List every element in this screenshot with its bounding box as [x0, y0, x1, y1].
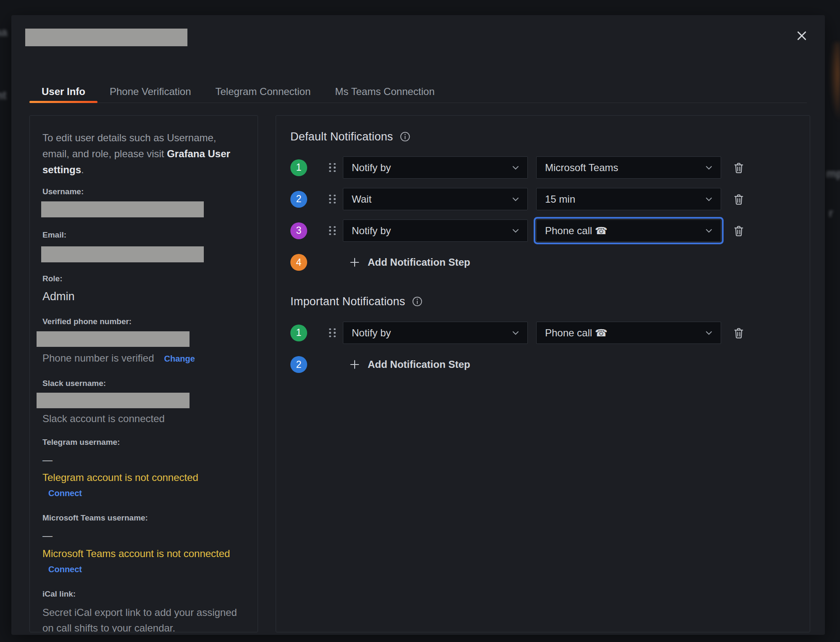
- notify-type-select[interactable]: Notify by: [343, 219, 528, 242]
- role-label: Role:: [42, 274, 245, 283]
- close-icon: [795, 29, 808, 42]
- select-value-text: Wait: [352, 193, 371, 205]
- redacted-username-input[interactable]: [41, 201, 204, 217]
- drag-handle-icon[interactable]: [329, 226, 336, 235]
- chevron-down-icon: [706, 229, 712, 233]
- msteams-username-value: —: [42, 530, 245, 541]
- delete-step-button[interactable]: [732, 161, 745, 174]
- delete-step-button[interactable]: [732, 193, 745, 206]
- user-settings-modal: User Info Phone Verification Telegram Co…: [11, 15, 825, 635]
- section-title: Default Notifications: [290, 129, 393, 144]
- background-text-fragment: mp: [826, 167, 840, 180]
- close-button[interactable]: [793, 27, 811, 45]
- tab-label: Telegram Connection: [215, 86, 311, 98]
- step-number-badge: 3: [290, 222, 307, 239]
- add-step-row: 2 Add Notification Step: [290, 355, 810, 374]
- wait-duration-select[interactable]: 15 min: [536, 188, 721, 210]
- tab-label: Phone Verification: [110, 86, 191, 98]
- info-icon[interactable]: [400, 131, 411, 142]
- redacted-phone-number[interactable]: [37, 331, 190, 347]
- notify-channel-select[interactable]: Microsoft Teams: [536, 156, 721, 179]
- connect-msteams-link[interactable]: Connect: [48, 565, 82, 574]
- verified-phone-label: Verified phone number:: [42, 317, 245, 326]
- default-notifications-header: Default Notifications: [290, 129, 810, 144]
- notification-step-row: 3 Notify by Phone call ☎: [290, 219, 810, 242]
- redacted-slack-username[interactable]: [37, 393, 190, 408]
- notification-step-row: 2 Wait 15 min: [290, 188, 810, 210]
- user-info-panel: To edit user details such as Username, e…: [29, 115, 258, 632]
- notification-settings-panel: Default Notifications 1 Notify by Micros…: [276, 115, 810, 632]
- chevron-down-icon: [512, 197, 519, 201]
- trash-icon: [732, 326, 745, 340]
- slack-username-label: Slack username:: [42, 379, 245, 388]
- chevron-down-icon: [512, 229, 519, 233]
- delete-step-button[interactable]: [732, 224, 745, 238]
- add-step-label: Add Notification Step: [368, 256, 470, 268]
- chevron-down-icon: [512, 166, 519, 170]
- drag-handle-icon[interactable]: [329, 195, 336, 204]
- background-text-fragment: nt: [0, 89, 6, 102]
- add-step-label: Add Notification Step: [368, 359, 470, 370]
- ical-link-label: iCal link:: [42, 589, 245, 599]
- msteams-username-label: Microsoft Teams username:: [42, 513, 245, 523]
- change-phone-link[interactable]: Change: [164, 354, 195, 364]
- telegram-not-connected-warning: Telegram account is not connected: [42, 471, 245, 484]
- background-text-fragment: r: [829, 207, 833, 220]
- telegram-username-label: Telegram username:: [42, 438, 245, 447]
- info-icon[interactable]: [412, 296, 423, 307]
- notify-channel-select[interactable]: Phone call ☎: [536, 322, 721, 344]
- connect-telegram-link[interactable]: Connect: [48, 489, 82, 498]
- step-number-badge: 1: [290, 159, 307, 176]
- add-step-row: 4 Add Notification Step: [290, 253, 810, 272]
- trash-icon: [732, 193, 745, 206]
- user-info-intro: To edit user details such as Username, e…: [42, 130, 240, 178]
- important-notifications-header: Important Notifications: [290, 294, 810, 309]
- select-value-text: Phone call ☎: [545, 225, 608, 237]
- redacted-email-input[interactable]: [41, 246, 204, 262]
- trash-icon: [732, 161, 745, 174]
- step-number-badge: 2: [290, 356, 307, 373]
- background-smudge: [829, 42, 840, 122]
- telegram-username-value: —: [42, 454, 245, 465]
- username-label: Username:: [42, 187, 245, 196]
- step-number-badge: 1: [290, 325, 307, 341]
- plus-icon: [349, 359, 361, 370]
- add-notification-step-button[interactable]: Add Notification Step: [349, 256, 470, 268]
- tab-label: Ms Teams Connection: [335, 86, 434, 98]
- tab-telegram-connection[interactable]: Telegram Connection: [203, 81, 323, 103]
- notification-step-row: 1 Notify by Phone call ☎: [290, 322, 810, 344]
- tab-phone-verification[interactable]: Phone Verification: [97, 81, 203, 103]
- plus-icon: [349, 256, 361, 268]
- step-number-badge: 4: [290, 254, 307, 271]
- notification-step-row: 1 Notify by Microsoft Teams: [290, 156, 810, 179]
- chevron-down-icon: [706, 197, 712, 201]
- drag-handle-icon[interactable]: [329, 328, 336, 338]
- role-value: Admin: [42, 289, 245, 304]
- add-notification-step-button[interactable]: Add Notification Step: [349, 359, 470, 370]
- ical-description: Secret iCal export link to add your assi…: [42, 605, 244, 632]
- select-value-text: Microsoft Teams: [545, 162, 618, 174]
- email-label: Email:: [42, 230, 245, 240]
- tab-user-info[interactable]: User Info: [29, 81, 97, 103]
- chevron-down-icon: [706, 331, 712, 335]
- notify-type-select[interactable]: Notify by: [343, 322, 528, 344]
- notify-type-select[interactable]: Notify by: [343, 156, 528, 179]
- tab-ms-teams-connection[interactable]: Ms Teams Connection: [323, 81, 447, 103]
- select-value-text: Notify by: [352, 225, 391, 237]
- section-title: Important Notifications: [290, 294, 405, 309]
- drag-handle-icon[interactable]: [329, 163, 336, 172]
- notify-channel-select-focused[interactable]: Phone call ☎: [536, 219, 721, 242]
- select-value-text: Notify by: [352, 162, 391, 174]
- phone-status-line: Phone number is verifiedChange: [42, 351, 245, 365]
- tab-label: User Info: [42, 86, 85, 98]
- chevron-down-icon: [706, 166, 712, 170]
- select-value-text: Phone call ☎: [545, 327, 608, 339]
- delete-step-button[interactable]: [732, 326, 745, 340]
- trash-icon: [732, 224, 745, 238]
- select-value-text: Notify by: [352, 327, 391, 339]
- wait-type-select[interactable]: Wait: [343, 188, 528, 210]
- tab-bar: User Info Phone Verification Telegram Co…: [29, 81, 807, 103]
- chevron-down-icon: [512, 331, 519, 335]
- msteams-not-connected-warning: Microsoft Teams account is not connected: [42, 547, 245, 560]
- redacted-user-title: [25, 29, 187, 46]
